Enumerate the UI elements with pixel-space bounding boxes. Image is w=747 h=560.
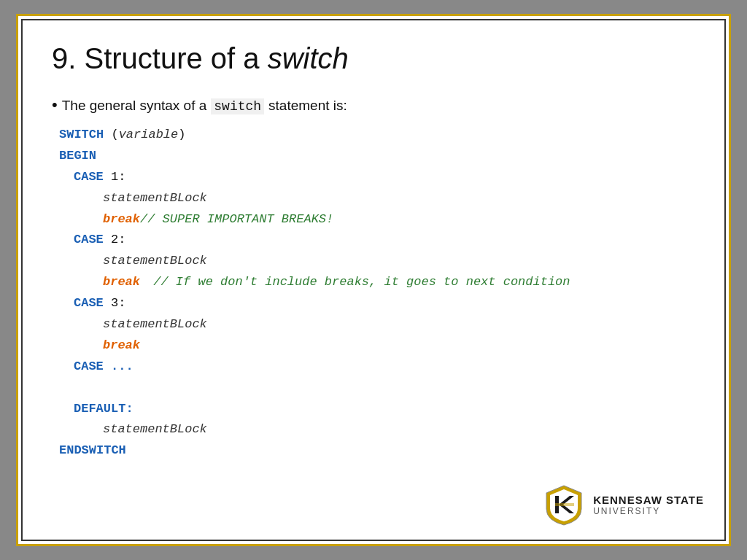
stmt1: statementBLock	[103, 191, 207, 205]
code-line-case1: CASE 1:	[74, 167, 695, 188]
blank-line	[59, 378, 695, 399]
code-line-stmt-default: statementBLock	[103, 419, 695, 440]
ksu-name: KENNESAW STATE	[593, 494, 704, 506]
stmt-default: statementBLock	[103, 422, 207, 436]
var-variable: variable	[119, 128, 179, 141]
kw-break2: break	[103, 275, 140, 289]
kw-case2: CASE	[74, 233, 104, 246]
code-block: SWITCH (variable) BEGIN CASE 1: statemen…	[59, 125, 695, 462]
bullet-point: • The general syntax of a switch stateme…	[52, 96, 695, 114]
kw-case1: CASE	[74, 170, 104, 184]
title-italic: switch	[268, 42, 349, 74]
inner-border: 9. Structure of a switch • The general s…	[21, 19, 726, 541]
comment-super: // SUPER IMPORTANT BREAKS!	[140, 212, 333, 226]
paren-close: )	[178, 128, 185, 141]
code-line-break1: break// SUPER IMPORTANT BREAKS!	[103, 209, 695, 230]
case1-num: 1:	[111, 170, 125, 184]
kw-case3: CASE	[74, 296, 104, 310]
stmt2: statementBLock	[103, 254, 207, 268]
ksu-text: KENNESAW STATE UNIVERSITY	[593, 494, 704, 516]
code-line-endswitch: ENDSWITCH	[59, 440, 695, 462]
code-line-stmt1: statementBLock	[103, 188, 695, 209]
ksu-university: UNIVERSITY	[593, 506, 704, 516]
bullet-text-after: statement is:	[268, 98, 347, 114]
comment-if: // If we don't include breaks, it goes t…	[146, 275, 570, 289]
slide-title: 9. Structure of a switch	[52, 42, 695, 75]
code-line-stmt3: statementBLock	[103, 314, 695, 335]
kw-break3: break	[103, 338, 140, 352]
bullet-code: switch	[211, 98, 264, 114]
code-line-begin: BEGIN	[59, 146, 695, 167]
logo-area: KENNESAW STATE UNIVERSITY	[542, 483, 704, 526]
outer-border: 9. Structure of a switch • The general s…	[16, 14, 731, 546]
code-line-case3: CASE 3:	[74, 293, 695, 314]
kw-switch: SWITCH	[59, 128, 104, 141]
code-line-break3: break	[103, 335, 695, 357]
case2-num: 2:	[111, 233, 125, 246]
case-ellipsis-dots: ...	[111, 359, 133, 373]
bullet-symbol: •	[52, 96, 58, 114]
code-line-default: DEFAULT:	[74, 399, 695, 420]
kw-default: DEFAULT:	[74, 402, 133, 416]
kw-break1: break	[103, 212, 140, 226]
code-line-stmt2: statementBLock	[103, 251, 695, 272]
code-line-break2: break // If we don't include breaks, it …	[103, 272, 695, 293]
code-line-case2: CASE 2:	[74, 230, 695, 251]
case3-num: 3:	[111, 296, 125, 310]
stmt3: statementBLock	[103, 317, 207, 331]
bullet-text-before: The general syntax of a	[62, 98, 207, 114]
paren-open: (	[111, 128, 118, 141]
title-prefix: 9. Structure of a	[52, 42, 268, 74]
code-line-case-ellipsis: CASE ...	[74, 357, 695, 378]
kw-begin: BEGIN	[59, 149, 96, 163]
kw-case-ellipsis: CASE	[74, 359, 104, 373]
code-line-switch: SWITCH (variable)	[59, 125, 695, 146]
kw-endswitch: ENDSWITCH	[59, 443, 126, 457]
ksu-logo-icon	[542, 483, 586, 526]
svg-rect-3	[555, 503, 574, 506]
